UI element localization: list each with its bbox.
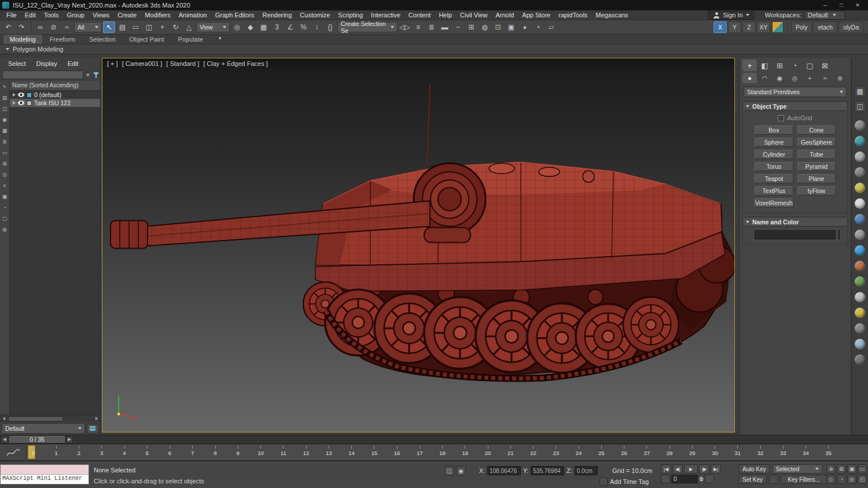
schematic-view-icon[interactable]: ⊞ (465, 21, 477, 33)
menu-item[interactable]: Megascans (591, 10, 632, 20)
track-bar[interactable]: 0123456789101112131415161718192021222324… (0, 445, 868, 461)
current-frame-field[interactable] (671, 475, 698, 483)
auto-key-button[interactable]: Auto Key (738, 464, 770, 474)
next-frame-arrow[interactable]: ▶ (66, 436, 73, 443)
frame-spinner[interactable] (699, 476, 704, 482)
object-type-button[interactable]: TextPlus (755, 186, 793, 195)
window-crossing-icon[interactable]: ◫ (143, 21, 155, 33)
tab-freeform[interactable]: Freeform (43, 35, 82, 44)
object-type-button[interactable]: Tube (797, 150, 836, 159)
layer-manager-icon[interactable]: ≣ (425, 21, 437, 33)
maximize-button[interactable]: □ (833, 0, 849, 10)
explorer-horizontal-scrollbar[interactable] (0, 415, 100, 422)
explorer-tool-icon[interactable]: ◉ (1, 116, 9, 123)
viewport-canvas[interactable] (102, 58, 734, 432)
menu-item[interactable]: App Store (518, 10, 554, 20)
dock-icon[interactable] (855, 136, 865, 146)
next-frame-button[interactable]: |▶ (699, 464, 709, 474)
dock-icon[interactable] (855, 167, 865, 178)
explorer-menu[interactable]: Select (3, 60, 31, 68)
menu-item[interactable]: Arnold (492, 10, 518, 20)
sign-in-button[interactable]: Sign In (708, 11, 754, 20)
create-layer-button[interactable] (87, 424, 98, 434)
menu-item[interactable]: Rendering (259, 10, 296, 20)
select-link-icon[interactable]: ∞ (34, 21, 46, 33)
explorer-tool-icon[interactable]: ◫ (1, 105, 9, 112)
helpers-category[interactable]: + (803, 73, 817, 83)
viewport-label-segment[interactable]: [ Standard ] (166, 60, 199, 67)
scrollbar-thumb[interactable] (8, 416, 63, 422)
filter-icon[interactable] (93, 72, 98, 79)
primitive-category-dropdown[interactable]: Standard Primitives (744, 87, 847, 97)
explorer-tool-icon[interactable]: ⊞ (1, 160, 9, 167)
undo-icon[interactable]: ↶ (2, 21, 14, 33)
dock-icon[interactable] (855, 339, 865, 349)
menu-item[interactable]: Group (62, 10, 89, 20)
dock-icon[interactable] (855, 183, 865, 193)
menu-item[interactable]: Customize (296, 10, 334, 20)
object-type-rollout-header[interactable]: Object Type (742, 101, 848, 111)
expand-arrow-icon[interactable] (13, 101, 16, 105)
object-type-button[interactable]: Teapot (755, 174, 793, 183)
select-object-icon[interactable]: ↖ (103, 21, 115, 33)
explorer-tool-icon[interactable]: ▣ (1, 193, 9, 200)
explorer-tool-icon[interactable]: ▭ (1, 149, 9, 156)
scroll-right-arrow[interactable] (93, 415, 100, 422)
rotate-icon[interactable]: ↻ (170, 21, 182, 33)
menu-item[interactable]: File (2, 10, 21, 20)
explorer-tool-icon[interactable]: ▦ (1, 127, 9, 134)
walk-through-icon[interactable]: ◎ (847, 475, 856, 484)
menu-item[interactable]: Views (89, 10, 113, 20)
material-editor-icon[interactable]: ◍ (479, 21, 491, 33)
motion-tab[interactable]: ◔ (788, 60, 802, 71)
axis-y-button[interactable]: Y (728, 21, 741, 33)
axis-z-button[interactable]: Z (742, 21, 756, 33)
time-configuration-icon[interactable] (705, 475, 714, 483)
z-coordinate-field[interactable] (575, 466, 598, 475)
menu-item[interactable]: Modifiers (141, 10, 175, 20)
viewport-label-segment[interactable]: [ Clay + Edged Faces ] (203, 60, 268, 67)
key-filters-button[interactable]: Key Filters... (781, 475, 827, 484)
object-color-swatch[interactable] (838, 230, 840, 239)
angle-snap-icon[interactable]: ∠ (284, 21, 296, 33)
render-setup-icon[interactable]: ⊡ (492, 21, 504, 33)
align-icon[interactable]: ≡ (412, 21, 424, 33)
zoom-extents-icon[interactable]: ▣ (847, 464, 856, 474)
menu-item[interactable]: Content (404, 10, 435, 20)
explorer-tool-icon[interactable]: ◔ (1, 204, 9, 211)
object-type-button[interactable]: Cone (797, 125, 836, 135)
tab-selection[interactable]: Selection (83, 35, 122, 44)
key-selection-dropdown[interactable]: Selected (773, 464, 822, 474)
visibility-eye-icon[interactable] (18, 101, 24, 105)
close-button[interactable]: ✕ (849, 0, 866, 10)
crossing-selection-icon[interactable]: ◫ (444, 466, 454, 476)
menu-item[interactable]: Create (113, 10, 141, 20)
ribbon-toggle-icon[interactable]: ▬ (439, 21, 451, 33)
rendered-frame-icon[interactable]: ▣ (505, 21, 517, 33)
explorer-tool-icon[interactable]: ◍ (1, 225, 9, 233)
geometry-category[interactable]: ● (742, 73, 757, 83)
menu-item[interactable]: Interactive (367, 10, 404, 20)
tab-object-paint[interactable]: Object Paint (123, 35, 171, 44)
spinner-snap-icon[interactable]: ↕ (311, 21, 323, 33)
lights-category[interactable]: ◉ (773, 73, 787, 83)
menu-item[interactable]: Tools (40, 10, 63, 20)
display-tab[interactable]: ▢ (803, 60, 817, 71)
render-production-icon[interactable]: ◕ (518, 21, 531, 33)
shapes-category[interactable]: ◠ (757, 73, 772, 83)
render-iterative-icon[interactable]: ◔ (532, 21, 544, 33)
menu-item[interactable]: Civil View (456, 10, 491, 20)
tab-modeling[interactable]: Modeling (3, 35, 42, 44)
systems-category[interactable]: ⊛ (833, 73, 847, 83)
x-coordinate-field[interactable] (487, 466, 521, 475)
dock-icon[interactable] (855, 198, 865, 209)
zoom-region-icon[interactable]: ▭ (858, 464, 867, 474)
spacewarps-category[interactable]: ≈ (818, 73, 832, 83)
dock-icon[interactable] (855, 230, 865, 240)
object-type-button[interactable]: Cylinder (755, 150, 793, 159)
viewport-label-segment[interactable]: [ Camera001 ] (122, 60, 163, 67)
dock-icon[interactable] (855, 292, 865, 302)
open-arnold-icon[interactable]: ▱ (545, 21, 557, 33)
zoom-icon[interactable]: ⊕ (826, 464, 836, 474)
maximize-viewport-icon[interactable]: ◰ (858, 475, 867, 484)
